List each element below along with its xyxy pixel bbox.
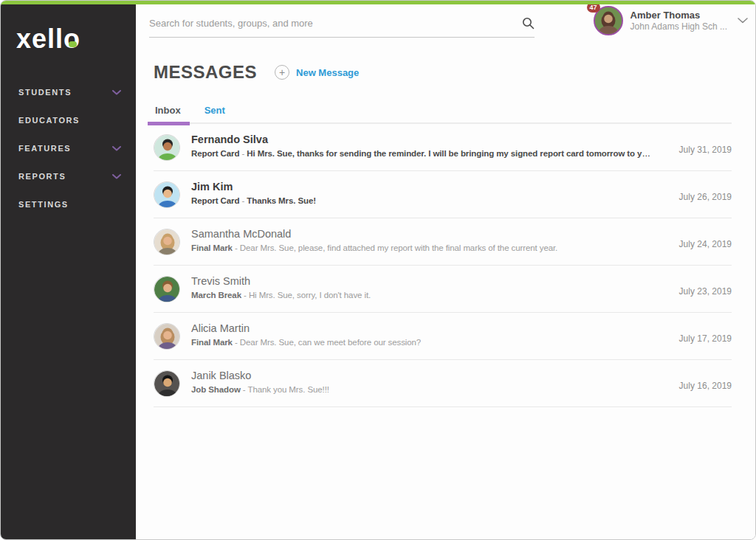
title-row: MESSAGES + New Message (154, 62, 732, 83)
search-input[interactable] (149, 18, 522, 29)
message-subject: Report Card (191, 196, 239, 205)
tab-sent[interactable]: Sent (203, 105, 227, 122)
message-date: July 31, 2019 (679, 145, 732, 155)
message-preview: Hi Mrs. Sue, thanks for sending the remi… (247, 149, 650, 158)
message-preview: Thanks Mrs. Sue! (247, 196, 316, 205)
app-window: xello STUDENTS EDUCATORS (0, 0, 756, 540)
sidebar-item-label: STUDENTS (18, 88, 72, 97)
message-preview: Dear Mrs. Sue, please, find attached my … (240, 243, 557, 252)
user-info: Amber Thomas John Adams High Sch ... (630, 10, 727, 32)
message-text-block: Samantha McDonald Final Mark - Dear Mrs.… (191, 227, 557, 265)
sender-avatar (154, 323, 180, 350)
message-row[interactable]: Jim Kim Report Card - Thanks Mrs. Sue! J… (154, 171, 732, 218)
message-row[interactable]: Alicia Martin Final Mark - Dear Mrs. Sue… (154, 313, 732, 360)
sidebar-nav: STUDENTS EDUCATORS FEATURES (1, 78, 136, 218)
sidebar-item-label: FEATURES (18, 144, 71, 153)
sender-avatar (154, 370, 180, 397)
chevron-down-icon (738, 18, 748, 24)
sidebar-item[interactable]: REPORTS (1, 162, 136, 190)
message-date: July 24, 2019 (679, 239, 732, 249)
new-message-label: New Message (296, 67, 359, 78)
user-avatar-wrap: 47 (594, 6, 623, 35)
subject-separator: - (244, 291, 249, 300)
message-text-block: Jim Kim Report Card - Thanks Mrs. Sue! (191, 180, 316, 218)
message-summary: Final Mark - Dear Mrs. Sue, can we meet … (191, 336, 421, 349)
sender-name: Alicia Martin (191, 322, 421, 336)
sender-avatar (154, 134, 180, 161)
sender-name: Trevis Smith (191, 274, 371, 288)
message-date: July 17, 2019 (679, 333, 732, 344)
tab-inbox[interactable]: Inbox (154, 105, 182, 122)
message-summary: Final Mark - Dear Mrs. Sue, please, find… (191, 242, 557, 255)
page-title: MESSAGES (154, 62, 257, 83)
sender-avatar (154, 229, 180, 255)
message-date: July 23, 2019 (679, 286, 732, 297)
search-icon[interactable] (522, 17, 535, 30)
top-accent-bar (1, 1, 755, 4)
sender-avatar (154, 276, 180, 302)
message-summary: March Break - Hi Mrs. Sue, sorry, I don'… (191, 289, 371, 302)
message-date: July 16, 2019 (679, 381, 732, 391)
sidebar-item[interactable]: EDUCATORS (1, 106, 136, 134)
main-panel: MESSAGES + New Message Inbox Sent (136, 43, 755, 407)
message-preview: Dear Mrs. Sue, can we meet before our se… (240, 338, 421, 347)
app-logo[interactable]: xello (16, 24, 80, 55)
chevron-down-icon (112, 146, 121, 151)
user-profile-menu[interactable]: 47 Amber Thomas John Adams High Sch ... (594, 6, 748, 35)
message-preview: Hi Mrs. Sue, sorry, I don't have it. (249, 291, 371, 300)
logo-green-dot-icon (69, 41, 77, 47)
message-row[interactable]: Samantha McDonald Final Mark - Dear Mrs.… (154, 218, 732, 266)
message-preview: Thank you Mrs. Sue!!! (247, 385, 329, 394)
message-date: July 26, 2019 (679, 192, 732, 202)
user-school: John Adams High Sch ... (630, 21, 727, 32)
sidebar: xello STUDENTS EDUCATORS (1, 4, 136, 539)
message-summary: Report Card - Hi Mrs. Sue, thanks for se… (191, 148, 650, 160)
message-subject: Final Mark (191, 243, 233, 252)
logo-text: xello (16, 24, 80, 54)
message-row[interactable]: Fernando Silva Report Card - Hi Mrs. Sue… (154, 124, 732, 171)
sender-name: Janik Blasko (191, 369, 329, 383)
sender-avatar (154, 181, 180, 208)
message-text-block: Janik Blasko Job Shadow - Thank you Mrs.… (191, 369, 329, 406)
message-subject: Report Card (191, 149, 239, 158)
new-message-button[interactable]: + New Message (275, 65, 359, 80)
subject-separator: - (235, 338, 240, 347)
message-text-block: Alicia Martin Final Mark - Dear Mrs. Sue… (191, 322, 421, 359)
chevron-down-icon (112, 174, 121, 179)
message-text-block: Trevis Smith March Break - Hi Mrs. Sue, … (191, 274, 371, 312)
user-name: Amber Thomas (630, 10, 727, 21)
sidebar-item-label: EDUCATORS (18, 116, 80, 125)
message-text-block: Fernando Silva Report Card - Hi Mrs. Sue… (191, 133, 650, 170)
sidebar-item[interactable]: FEATURES (1, 134, 136, 162)
message-list: Fernando Silva Report Card - Hi Mrs. Sue… (154, 124, 732, 407)
message-subject: Final Mark (191, 338, 233, 347)
sidebar-item[interactable]: STUDENTS (1, 78, 136, 106)
sidebar-item[interactable]: SETTINGS (1, 190, 136, 218)
tab-inbox-label: Inbox (155, 105, 181, 116)
search-box (149, 9, 535, 38)
message-summary: Job Shadow - Thank you Mrs. Sue!!! (191, 384, 329, 396)
sidebar-item-label: REPORTS (18, 172, 66, 181)
tabs: Inbox Sent (154, 105, 732, 124)
plus-icon: + (275, 65, 289, 80)
message-subject: Job Shadow (191, 385, 241, 394)
sender-name: Samantha McDonald (191, 227, 557, 241)
tab-sent-label: Sent (205, 105, 225, 116)
chevron-down-icon (112, 90, 121, 95)
topbar: 47 Amber Thomas John Adams High Sch ... (136, 4, 755, 43)
sender-name: Fernando Silva (191, 133, 650, 147)
sender-name: Jim Kim (191, 180, 316, 194)
message-summary: Report Card - Thanks Mrs. Sue! (191, 195, 316, 207)
message-subject: March Break (191, 291, 241, 300)
content-area: 47 Amber Thomas John Adams High Sch ... (136, 4, 755, 539)
message-row[interactable]: Janik Blasko Job Shadow - Thank you Mrs.… (154, 360, 732, 407)
message-row[interactable]: Trevis Smith March Break - Hi Mrs. Sue, … (154, 266, 732, 313)
subject-separator: - (235, 243, 240, 252)
sidebar-item-label: SETTINGS (18, 200, 69, 209)
